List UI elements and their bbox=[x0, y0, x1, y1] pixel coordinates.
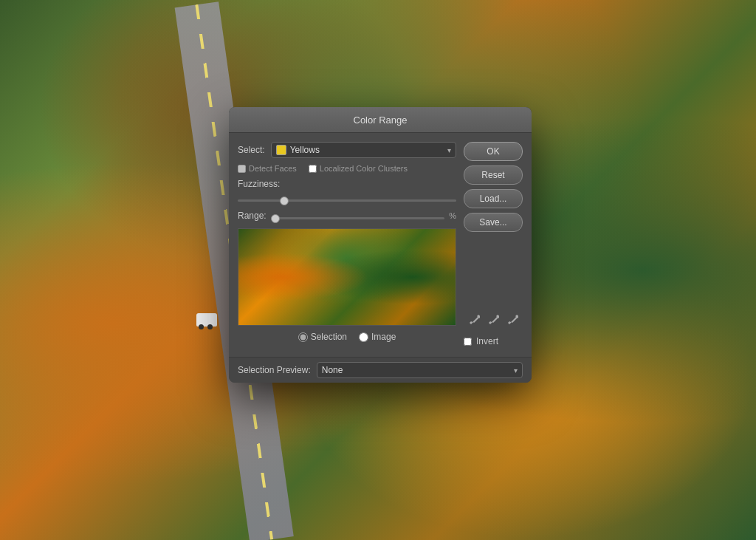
range-slider[interactable] bbox=[271, 217, 445, 219]
detect-faces-label: Detect Faces bbox=[249, 164, 297, 173]
preview-chevron-down-icon: ▾ bbox=[514, 366, 518, 375]
selection-radio-item: Selection bbox=[298, 332, 347, 342]
preview-image bbox=[238, 229, 456, 325]
range-percent: % bbox=[449, 211, 456, 220]
detect-faces-item: Detect Faces bbox=[238, 164, 297, 173]
localized-label: Localized Color Clusters bbox=[320, 164, 408, 173]
selection-radio-label: Selection bbox=[311, 332, 347, 342]
save-button[interactable]: Save... bbox=[464, 213, 523, 232]
select-label: Select: bbox=[238, 145, 265, 155]
fuzziness-label: Fuzziness: bbox=[238, 179, 456, 189]
selection-preview-label: Selection Preview: bbox=[238, 365, 311, 375]
dialog-titlebar: Color Range bbox=[229, 107, 532, 133]
dialog-left-panel: Select: Yellows ▾ Detect Faces Loc bbox=[238, 142, 456, 348]
selection-preview-row: Selection Preview: None ▾ bbox=[229, 357, 532, 383]
select-value: Yellows bbox=[290, 145, 320, 155]
image-radio[interactable] bbox=[359, 332, 368, 342]
eyedroppers bbox=[464, 310, 523, 330]
preview-select-value: None bbox=[322, 365, 343, 375]
localized-item: Localized Color Clusters bbox=[309, 164, 408, 173]
chevron-down-icon: ▾ bbox=[447, 146, 451, 154]
dialog-title: Color Range bbox=[354, 115, 408, 126]
range-row: Range: % bbox=[238, 209, 456, 222]
localized-checkbox[interactable] bbox=[309, 165, 317, 173]
preview-select-dropdown[interactable]: None ▾ bbox=[317, 362, 523, 378]
select-dropdown[interactable]: Yellows ▾ bbox=[271, 142, 456, 158]
eyedropper-sample-icon[interactable] bbox=[505, 312, 520, 327]
radio-row: Selection Image bbox=[238, 332, 456, 342]
eyedropper-add-icon[interactable] bbox=[467, 312, 481, 327]
invert-row: Invert bbox=[464, 335, 523, 348]
dialog-right-panel: OK Reset Load... Save... bbox=[464, 142, 523, 348]
checkboxes-row: Detect Faces Localized Color Clusters bbox=[238, 164, 456, 173]
image-radio-item: Image bbox=[359, 332, 396, 342]
dialog-body: Select: Yellows ▾ Detect Faces Loc bbox=[229, 133, 532, 357]
detect-faces-checkbox[interactable] bbox=[238, 165, 246, 173]
ok-button[interactable]: OK bbox=[464, 142, 523, 161]
eyedropper-subtract-icon[interactable] bbox=[486, 312, 501, 327]
range-label: Range: bbox=[238, 211, 267, 221]
load-button[interactable]: Load... bbox=[464, 189, 523, 208]
invert-checkbox[interactable] bbox=[464, 338, 472, 346]
reset-button[interactable]: Reset bbox=[464, 165, 523, 185]
van bbox=[196, 313, 217, 327]
fuzziness-slider[interactable] bbox=[238, 199, 456, 202]
yellow-swatch bbox=[276, 145, 286, 155]
invert-label: Invert bbox=[476, 336, 498, 346]
color-range-dialog: Color Range Select: Yellows ▾ D bbox=[229, 107, 532, 383]
select-row: Select: Yellows ▾ bbox=[238, 142, 456, 158]
image-radio-label: Image bbox=[371, 332, 396, 342]
preview-bg bbox=[238, 229, 456, 325]
select-dropdown-inner: Yellows bbox=[276, 145, 320, 155]
fuzziness-section: Fuzziness: bbox=[238, 179, 456, 205]
range-track bbox=[271, 209, 445, 222]
selection-radio[interactable] bbox=[298, 332, 308, 342]
preview-container bbox=[238, 228, 456, 326]
